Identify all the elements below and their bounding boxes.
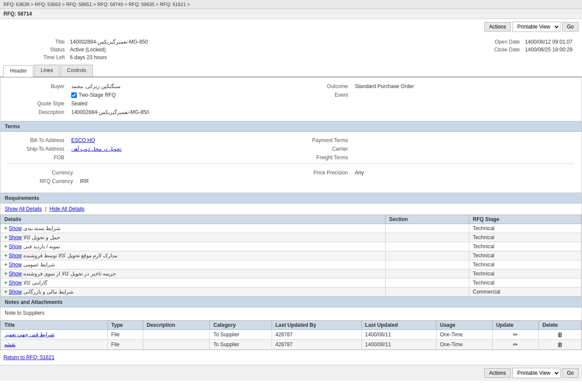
expand-icon[interactable]: + [4, 262, 7, 268]
two-stage-checkbox[interactable] [71, 92, 77, 98]
col-type: Type [108, 321, 143, 330]
show-link[interactable]: Show [9, 280, 22, 286]
hide-all-details-link[interactable]: Hide All Details [50, 206, 85, 212]
attach-last-updated: 1400/08/11 [361, 340, 436, 350]
edit-icon[interactable]: ✏ [513, 331, 518, 338]
req-stage-cell: Commercial [469, 288, 581, 297]
attach-usage: One-Time [436, 340, 492, 350]
return-link[interactable]: Return to RFQ: 51621 [3, 354, 54, 360]
col-rfq-stage: RFQ Stage [469, 215, 581, 224]
req-row: + Show جریمه تاخیر در تحویل کالا از سوی … [1, 269, 582, 278]
req-details-cell: + Show جریمه تاخیر در تحویل کالا از سوی … [1, 269, 386, 278]
buyer-panel: Buyer سنگتکین ریزکی, محمد Two-Stage RFQ [0, 77, 582, 121]
attach-category: To Supplier [210, 330, 272, 340]
title-label: Title [7, 38, 67, 46]
time-left-label: Time Left [7, 54, 67, 61]
breadcrumb-item-5[interactable]: RFQ: 59635 [129, 2, 155, 7]
tabs-bar: Header Lines Controls [0, 65, 582, 77]
price-precision-label: Price Precision [291, 168, 351, 177]
go-button[interactable]: Go [562, 22, 579, 32]
col-usage: Usage [436, 321, 492, 330]
show-link[interactable]: Show [9, 225, 22, 231]
expand-icon[interactable]: + [4, 280, 7, 286]
payment-terms-label: Payment Terms [291, 136, 351, 145]
attach-title[interactable]: شرایط فنی جهت تعمیر [1, 330, 108, 340]
rfq-currency-value: IRR [76, 177, 291, 186]
req-stage-cell: Technical [469, 224, 581, 233]
req-section-cell [386, 242, 469, 251]
carrier-value [351, 145, 575, 153]
col-title: Title [1, 321, 108, 330]
req-stage-cell: Technical [469, 233, 581, 242]
req-details-cell: + Show گارانتی کالا [1, 278, 386, 288]
show-link[interactable]: Show [9, 253, 22, 259]
attach-update[interactable]: ✏ [492, 330, 538, 340]
bill-to-label: Bill-To Address [7, 136, 68, 145]
attach-usage: One-Time [436, 330, 492, 340]
printable-view-select[interactable]: Printable View [512, 22, 560, 32]
attach-delete[interactable]: 🗑 [539, 330, 582, 340]
requirements-header: Requirements [0, 193, 582, 203]
req-details-cell: + Show حمل و تحویل کالا [1, 233, 386, 242]
event-value [351, 91, 575, 99]
attach-title[interactable]: نقشه [1, 340, 108, 350]
expand-icon[interactable]: + [4, 234, 7, 240]
bottom-actions-bar: Actions Printable View Go [0, 365, 582, 381]
description-label: Description [7, 108, 68, 117]
quote-style-value: Sealed [68, 99, 291, 108]
outcome-label: Outcome [291, 82, 351, 91]
attach-type: File [108, 330, 143, 340]
attach-update[interactable]: ✏ [492, 340, 538, 350]
req-stage-cell: Technical [469, 278, 581, 288]
bottom-actions-button[interactable]: Actions [484, 368, 511, 378]
ship-to-value[interactable]: تحویل در محل ذوب آهن [68, 145, 291, 153]
req-row: + Show نمونه / بازدید فنی Technical [1, 242, 582, 251]
delete-icon[interactable]: 🗑 [557, 341, 563, 348]
req-row: + Show شرایط عمومی Technical [1, 260, 582, 269]
show-link[interactable]: Show [9, 243, 22, 250]
req-detail-text: شرایط عمومی [23, 262, 55, 268]
show-link[interactable]: Show [9, 262, 22, 268]
req-detail-text: جریمه تاخیر در تحویل کالا از سوی فروشنده [23, 271, 116, 277]
expand-icon[interactable]: + [4, 253, 7, 259]
terms-panel: Terms Bill-To Address ESCO HQ Ship-To Ad… [0, 121, 582, 193]
delete-icon[interactable]: 🗑 [557, 331, 563, 338]
expand-icon[interactable]: + [4, 243, 7, 250]
bill-to-value[interactable]: ESCO HQ [68, 136, 291, 145]
req-section-cell [386, 251, 469, 260]
tab-lines[interactable]: Lines [34, 65, 60, 76]
attach-type: File [108, 340, 143, 350]
col-delete: Delete [539, 321, 582, 330]
show-link[interactable]: Show [9, 271, 22, 277]
req-detail-text: حمل و تحویل کالا [23, 234, 60, 240]
tab-controls[interactable]: Controls [60, 65, 93, 76]
col-category: Category [210, 321, 272, 330]
actions-button[interactable]: Actions [484, 22, 511, 32]
req-section-cell [386, 233, 469, 242]
attach-delete[interactable]: 🗑 [539, 340, 582, 350]
expand-icon[interactable]: + [4, 271, 7, 277]
bottom-go-button[interactable]: Go [562, 368, 579, 378]
terms-header: Terms [0, 122, 582, 132]
show-link[interactable]: Show [9, 289, 22, 295]
breadcrumb-item-4[interactable]: RFQ: 58740 [97, 2, 123, 7]
expand-icon[interactable]: + [4, 225, 7, 231]
req-detail-text: شرایط مالی و بازرگانی [23, 289, 73, 295]
freight-terms-label: Freight Terms [291, 153, 351, 162]
attach-row: نقشه File To Supplier 428787 1400/08/11 … [1, 340, 582, 350]
tab-header[interactable]: Header [3, 65, 33, 77]
status-label: Status [7, 46, 67, 54]
rfq-title: RFQ: 58714 [0, 9, 582, 19]
expand-icon[interactable]: + [4, 289, 7, 295]
req-row: + Show شرایط بسته بندی Technical [1, 224, 582, 233]
breadcrumb-item-1[interactable]: RFQ: 63639 [3, 2, 29, 7]
bottom-printable-view-select[interactable]: Printable View [512, 368, 560, 378]
show-link[interactable]: Show [9, 234, 22, 240]
price-precision-value: Any [351, 168, 575, 177]
breadcrumb-item-2[interactable]: RFQ: 53663 [35, 2, 60, 7]
title-value: 140002884-تعمیرگیربکس-MG-850 [67, 38, 150, 46]
show-all-details-link[interactable]: Show All Details [5, 206, 42, 212]
edit-icon[interactable]: ✏ [513, 341, 518, 348]
breadcrumb-item-6[interactable]: RFQ: 51621 [160, 2, 186, 7]
breadcrumb-item-3[interactable]: RFQ: 58651 [66, 2, 92, 7]
